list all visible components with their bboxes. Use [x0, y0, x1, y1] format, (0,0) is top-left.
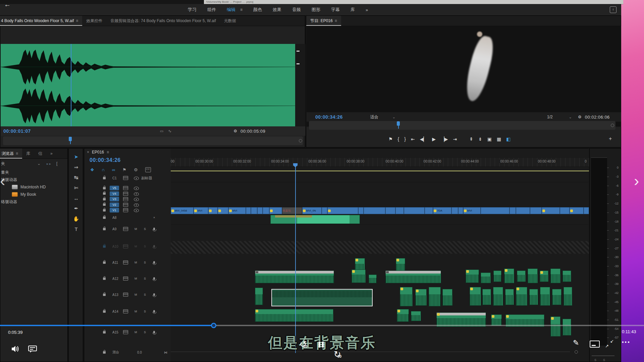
solo-right-label[interactable]: S: [603, 358, 605, 362]
audio-clip[interactable]: [352, 269, 366, 283]
program-scrubber[interactable]: [309, 121, 615, 130]
menubar-tab-编辑[interactable]: 编辑: [227, 7, 235, 13]
lift-button[interactable]: ⇞: [469, 136, 473, 142]
program-scrubber-playhead[interactable]: [397, 121, 400, 126]
audio-clip[interactable]: [528, 268, 538, 283]
video-clip[interactable]: [208, 207, 218, 214]
tree-item-Macintosh HD[interactable]: Macintosh HD: [0, 183, 67, 191]
audio-clip[interactable]: [400, 287, 413, 306]
add-marker-button[interactable]: ⚑: [388, 136, 393, 142]
lock-icon[interactable]: [103, 192, 106, 195]
video-clip[interactable]: [395, 207, 404, 214]
audio-clip[interactable]: [564, 287, 572, 306]
video-clip[interactable]: [218, 207, 228, 214]
tab-browser-3[interactable]: »: [46, 148, 57, 159]
program-video-display[interactable]: [307, 26, 621, 127]
settings-wrench-icon[interactable]: ⚙: [578, 115, 582, 119]
menubar-tab-音频[interactable]: 音频: [292, 7, 301, 13]
collapse-track-icon[interactable]: ×: [153, 216, 155, 219]
lock-icon[interactable]: [103, 209, 106, 212]
audio-clip[interactable]: [385, 270, 441, 283]
video-clip-MVI[interactable]: MVI: [194, 207, 208, 214]
mute-button[interactable]: M: [135, 227, 137, 231]
zoom-dropdown-chevron-icon[interactable]: ⌄: [569, 115, 572, 119]
exit-fullscreen-icon[interactable]: ↙ ↗: [605, 339, 614, 348]
source-patch-icon[interactable]: [123, 244, 128, 248]
fit-dropdown-chevron-icon[interactable]: ⌄: [392, 115, 395, 119]
player-progress-bar[interactable]: [0, 325, 644, 326]
solo-button[interactable]: S: [144, 245, 146, 248]
video-clip[interactable]: [509, 207, 516, 214]
video-clip[interactable]: [584, 207, 589, 214]
pause-button[interactable]: [319, 342, 324, 348]
track-select-V1[interactable]: V1: [110, 208, 119, 213]
mark-in-button[interactable]: {: [398, 136, 399, 142]
panel-menu-icon[interactable]: ≡: [16, 151, 18, 156]
drag-video-icon[interactable]: ▭: [160, 129, 163, 133]
type-tool[interactable]: T: [74, 226, 77, 232]
mute-button[interactable]: M: [135, 293, 137, 296]
audio-clip[interactable]: [540, 287, 550, 306]
track-select-V4[interactable]: V4: [110, 191, 119, 196]
audio-clip[interactable]: [505, 289, 514, 305]
menubar-tab-图形[interactable]: 图形: [312, 7, 320, 13]
track-output-icon[interactable]: [134, 187, 139, 190]
tab-source-0[interactable]: 4 Body Falls Onto Wooden Floor 5, W.aif≡: [0, 16, 82, 26]
audio-clip[interactable]: [482, 289, 491, 305]
lock-icon[interactable]: [103, 203, 106, 206]
mark-out-button[interactable]: }: [404, 136, 406, 142]
video-clip-MVI_0458[interactable]: MVI_0458: [171, 207, 194, 214]
browser-nav-arrows[interactable]: ▸ ▸: [47, 162, 51, 166]
video-clip[interactable]: [364, 207, 385, 214]
solo-button[interactable]: S: [144, 227, 146, 231]
source-patch-icon[interactable]: [123, 260, 128, 264]
timeline-tracks-area[interactable]: :0000:00:30:0000:00:32:0000:00:34:0000:0…: [171, 148, 589, 362]
video-clip[interactable]: [358, 207, 364, 214]
tree-item-地驱动器[interactable]: 地驱动器: [0, 176, 67, 183]
tree-item-量夹[interactable]: 量夹: [0, 169, 67, 176]
audio-clip[interactable]: [529, 289, 538, 305]
video-clip[interactable]: [516, 207, 530, 214]
video-clip[interactable]: [263, 207, 269, 214]
video-clip[interactable]: [257, 207, 263, 214]
audio-clip[interactable]: [415, 289, 427, 306]
selected-audio-clip[interactable]: [271, 289, 373, 306]
source-zoom-handle[interactable]: [299, 139, 302, 142]
extract-button[interactable]: ⇟: [478, 136, 482, 142]
audio-clip[interactable]: [550, 268, 560, 283]
pencil-icon[interactable]: ✎: [573, 339, 579, 347]
record-mic-icon[interactable]: [153, 261, 155, 264]
panel-menu-icon[interactable]: ≡: [76, 18, 78, 23]
player-prev-chevron[interactable]: ‹: [0, 172, 5, 190]
lock-icon[interactable]: [103, 228, 106, 230]
audio-clip[interactable]: [517, 270, 526, 282]
caption-toggle-icon[interactable]: [590, 341, 600, 348]
source-patch-icon[interactable]: [123, 203, 128, 207]
tree-item-My Book[interactable]: My Book: [0, 191, 67, 198]
source-patch-icon[interactable]: [123, 192, 128, 196]
menubar-tab-学习[interactable]: 学习: [188, 7, 197, 13]
track-output-icon[interactable]: [134, 209, 139, 212]
source-patch-icon[interactable]: [123, 309, 128, 313]
record-mic-icon[interactable]: [153, 293, 155, 296]
audio-clip-a8[interactable]: [270, 215, 360, 224]
source-patch-icon[interactable]: [123, 208, 128, 212]
video-clip[interactable]: [530, 207, 542, 214]
video-clip[interactable]: [481, 207, 509, 214]
audio-clip[interactable]: [491, 314, 502, 326]
compare-view-button[interactable]: ▦: [497, 136, 501, 142]
source-patch-icon[interactable]: [123, 293, 128, 297]
audio-clip[interactable]: [552, 289, 561, 305]
ripple-edit-tool[interactable]: ↹: [74, 175, 78, 181]
menubar-tab-»[interactable]: »: [366, 7, 368, 12]
audio-clip[interactable]: [540, 270, 548, 282]
lock-icon[interactable]: [103, 217, 106, 219]
lock-icon[interactable]: [103, 245, 106, 248]
mute-button[interactable]: M: [135, 245, 137, 248]
audio-waveform-display[interactable]: [1, 44, 295, 126]
menubar-tab-颜色[interactable]: 颜色: [253, 7, 262, 13]
go-to-out-button[interactable]: ⇥: [453, 136, 457, 142]
directory-dropdown[interactable]: 夹: [1, 161, 5, 167]
video-clip[interactable]: [560, 207, 570, 214]
tab-browser-2[interactable]: 信: [34, 148, 46, 159]
